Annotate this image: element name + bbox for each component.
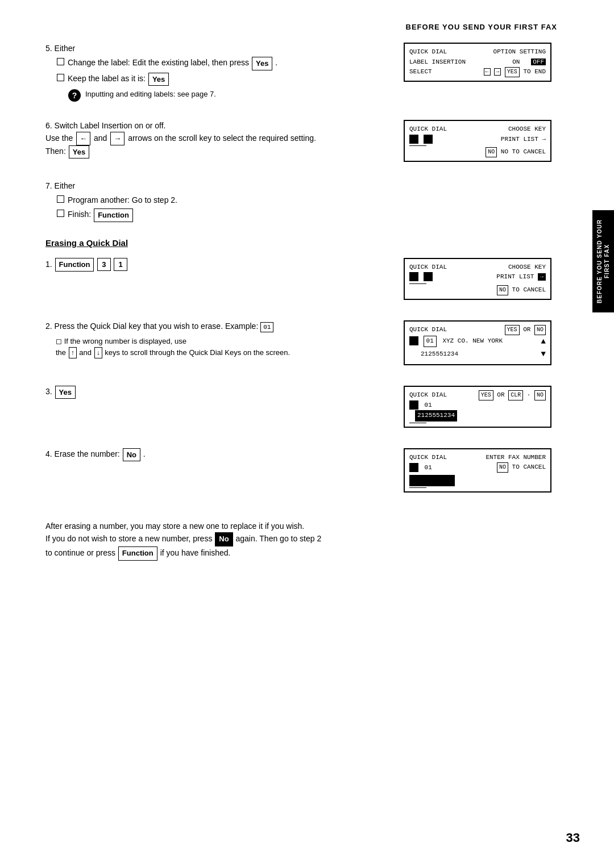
lcd-no-cancel-1: NO — [486, 147, 497, 157]
step-e4-text: 4. Erase the number: No . — [45, 448, 392, 462]
lcd-underline-4 — [409, 487, 426, 488]
step-e1-text: 1. Function 3 1 — [45, 258, 392, 272]
lcd-underline-3 — [409, 423, 426, 423]
checkbox-1 — [57, 58, 64, 65]
lcd-1-row1: QUICK DIAL OPTION SETTING — [409, 47, 546, 57]
checkbox-2 — [57, 74, 64, 81]
header-title: BEFORE YOU SEND YOUR FIRST FAX — [406, 23, 557, 31]
checkbox-3 — [57, 195, 64, 203]
lcd-arrow-right-1: → — [538, 273, 546, 281]
lcd-6: QUICK DIAL ENTER FAX NUMBER 01 NO TO CAN… — [404, 448, 551, 493]
bottom-line3: to continue or press Function if you hav… — [45, 546, 580, 561]
lcd-5-row1: QUICK DIAL YES OR CLR · NO — [409, 390, 546, 400]
sub-line2: the ↑ and ↓ keys to scroll through the Q… — [56, 347, 392, 358]
lcd-off-highlight: OFF — [531, 59, 546, 65]
key-1: 1 — [114, 258, 127, 272]
lcd-3-row3: NO TO CANCEL — [409, 285, 546, 295]
lcd-black-sq-6 — [409, 400, 418, 410]
lcd-1: QUICK DIAL OPTION SETTING LABEL INSERTIO… — [404, 43, 551, 82]
lcd-underline-2 — [409, 283, 426, 284]
step-7-option1: Program another: Go to step 2. — [57, 194, 392, 206]
yes-key-4: Yes — [55, 386, 76, 399]
step-e3-left: 3. Yes — [45, 386, 404, 399]
step-e1-right: QUICK DIAL CHOOSE KEY PRINT LIST → NO TO — [404, 258, 580, 300]
down-arrow-key: ↓ — [94, 347, 102, 358]
lcd-num-01: 01 — [424, 336, 437, 347]
step-7-row: 7. Either Program another: Go to step 2.… — [45, 180, 580, 222]
step-e2-right: QUICK DIAL YES OR NO 01 XYZ CO. NEW YORK — [404, 320, 580, 365]
yes-key-1: Yes — [252, 57, 272, 70]
right-arrow-key: → — [110, 132, 125, 145]
lcd-no-1: NO — [534, 325, 546, 335]
lcd-black-sq-5 — [409, 336, 418, 345]
lcd-4: QUICK DIAL YES OR NO 01 XYZ CO. NEW YORK — [404, 320, 551, 365]
content-area: 5. Either Change the label: Edit the exi… — [45, 43, 580, 561]
step-e2-subtext: ◻ If the wrong number is displayed, use … — [56, 336, 392, 358]
lcd-6-row3 — [409, 475, 546, 486]
lcd-black-sq-3 — [409, 272, 418, 281]
step-6-text: 6. Switch Label Insertion on or off. Use… — [45, 120, 392, 158]
lcd-2: QUICK DIAL CHOOSE KEY PRINT LIST → — [404, 120, 551, 162]
step-e3-row: 3. Yes QUICK DIAL YES OR CLR · NO — [45, 386, 580, 428]
step-6-left: 6. Switch Label Insertion on or off. Use… — [45, 120, 404, 158]
step-5-info-text: Inputting and editing labels: see page 7… — [85, 89, 216, 99]
step-6-row: 6. Switch Label Insertion on or off. Use… — [45, 120, 580, 162]
lcd-1-row3: SELECT ← → YES TO END — [409, 67, 546, 77]
lcd-5-row3: 2125551234 — [409, 410, 546, 422]
step-5-row: 5. Either Change the label: Edit the exi… — [45, 43, 580, 102]
step-7-option2: Finish: Function — [57, 208, 392, 222]
key-3: 3 — [97, 258, 110, 272]
info-icon: ? — [68, 89, 81, 102]
bottom-line2: If you do not wish to store a new number… — [45, 532, 580, 546]
page-header: BEFORE YOU SEND YOUR FIRST FAX — [45, 23, 580, 31]
step-5-options: Change the label: Edit the existing labe… — [57, 57, 392, 102]
lcd-2-row3: NO NO TO CANCEL — [409, 147, 546, 157]
lcd-2-row1: QUICK DIAL CHOOSE KEY — [409, 124, 546, 135]
step-e1-left: 1. Function 3 1 — [45, 258, 404, 272]
step-e3-right: QUICK DIAL YES OR CLR · NO 01 — [404, 386, 580, 428]
lcd-3-row1: QUICK DIAL CHOOSE KEY — [409, 262, 546, 273]
lcd-6-row1: QUICK DIAL ENTER FAX NUMBER — [409, 453, 546, 463]
step-e4-right: QUICK DIAL ENTER FAX NUMBER 01 NO TO CAN… — [404, 448, 580, 493]
lcd-1-row2: LABEL INSERTION ON OFF — [409, 57, 546, 68]
step-5-option2: Keep the label as it is: Yes — [57, 73, 392, 86]
lcd-yes-end: YES — [505, 67, 520, 77]
checkbox-4 — [57, 210, 64, 217]
yes-key-3: Yes — [69, 145, 89, 159]
lcd-yes-2: YES — [479, 390, 493, 400]
lcd-4-row3: 2125551234 ▼ — [409, 348, 546, 360]
lcd-4-row2: 01 XYZ CO. NEW YORK ▲ — [409, 335, 546, 348]
lcd-underline-1 — [409, 145, 426, 146]
lcd-empty-bar — [409, 475, 455, 486]
step-5-label: 5. Either — [45, 43, 392, 55]
step-e1-row: 1. Function 3 1 QUICK DIAL CHOOSE KEY — [45, 258, 580, 300]
no-key-1: No — [123, 448, 140, 462]
lcd-black-sq-4 — [424, 272, 433, 281]
up-arrow-key: ↑ — [69, 347, 77, 358]
step-7-left: 7. Either Program another: Go to step 2.… — [45, 180, 404, 222]
step-5-option1: Change the label: Edit the existing labe… — [57, 57, 392, 70]
step-e2-text: 2. Press the Quick Dial key that you wis… — [45, 320, 392, 358]
function-key-2: Function — [55, 258, 94, 272]
page-number: 33 — [566, 831, 580, 845]
step-7-text: 7. Either Program another: Go to step 2.… — [45, 180, 392, 222]
step-e2-row: 2. Press the Quick Dial key that you wis… — [45, 320, 580, 365]
lcd-highlight-num: 2125551234 — [415, 410, 457, 422]
step-e2-left: 2. Press the Quick Dial key that you wis… — [45, 320, 404, 358]
lcd-3-row2: PRINT LIST → — [409, 272, 546, 282]
function-key-1: Function — [94, 208, 133, 222]
lcd-black-sq-1 — [409, 135, 418, 144]
step-e3-text: 3. Yes — [45, 386, 392, 399]
lcd-6-row2: 01 NO TO CANCEL — [409, 462, 546, 473]
step-e4-left: 4. Erase the number: No . — [45, 448, 404, 462]
lcd-no-cancel-2: NO — [497, 285, 508, 295]
lcd-3: QUICK DIAL CHOOSE KEY PRINT LIST → NO TO — [404, 258, 551, 300]
page: BEFORE YOU SEND YOUR FIRST FAX 5. Either… — [0, 0, 614, 868]
lcd-5: QUICK DIAL YES OR CLR · NO 01 — [404, 386, 551, 428]
step-e4-row: 4. Erase the number: No . QUICK DIAL ENT… — [45, 448, 580, 493]
lcd-clr: CLR — [508, 390, 523, 400]
step-5-info: ? Inputting and editing labels: see page… — [68, 89, 392, 102]
lcd-2-row2: PRINT LIST → — [409, 135, 546, 145]
bottom-line1: After erasing a number, you may store a … — [45, 520, 580, 532]
lcd-yes-1: YES — [505, 325, 520, 335]
